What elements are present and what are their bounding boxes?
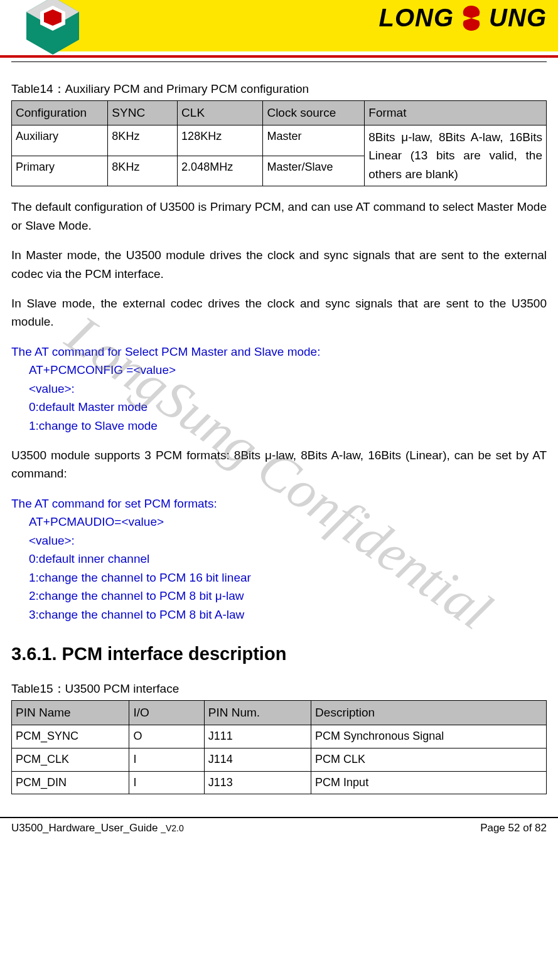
t1-r1c2: 2.048MHz <box>178 156 263 186</box>
blue-title: The AT command for set PCM formats: <box>11 494 547 513</box>
blue-line: <value>: <box>11 531 547 550</box>
t2-r0c3: PCM Synchronous Signal <box>311 725 547 748</box>
table-row: PCM_SYNC O J111 PCM Synchronous Signal <box>12 725 547 748</box>
t2-r1c1: I <box>129 748 204 771</box>
blue-title: The AT command for Select PCM Master and… <box>11 343 547 361</box>
t1-r1c3: Master/Slave <box>263 156 365 186</box>
paragraph: The default configuration of U3500 is Pr… <box>11 198 547 235</box>
t2-h2: PIN Num. <box>204 701 311 725</box>
blue-line: AT+PCMCONFIG =<value> <box>11 361 547 379</box>
table1-caption: Table14：Auxiliary PCM and Primary PCM co… <box>11 80 547 98</box>
t2-h3: Description <box>311 701 547 725</box>
t1-h0: Configuration <box>12 101 108 125</box>
paragraph: In Master mode, the U3500 module drives … <box>11 246 547 283</box>
t1-r1c1: 8KHz <box>108 156 178 186</box>
t1-r0c2: 128KHz <box>178 125 263 156</box>
t1-format-merged: 8Bits μ-law, 8Bits A-law, 16Bits Linear … <box>365 125 547 186</box>
at-command-block-2: The AT command for set PCM formats: AT+P… <box>11 494 547 624</box>
t1-r0c1: 8KHz <box>108 125 178 156</box>
t2-r2c3: PCM Input <box>311 771 547 794</box>
blue-line: <value>: <box>11 380 547 398</box>
t2-h1: I/O <box>129 701 204 725</box>
page-footer: U3500_Hardware_User_Guide _V2.0 Page 52 … <box>0 817 558 843</box>
brand-s-icon <box>458 4 485 32</box>
paragraph: U3500 module supports 3 PCM formats: 8Bi… <box>11 446 547 483</box>
t2-r0c2: J111 <box>204 725 311 748</box>
t2-r1c0: PCM_CLK <box>12 748 129 771</box>
t1-h2: CLK <box>178 101 263 125</box>
blue-line: 1:change to Slave mode <box>11 417 547 435</box>
t2-r2c2: J113 <box>204 771 311 794</box>
t2-h0: PIN Name <box>12 701 129 725</box>
company-logo-right: LONG UNG <box>379 4 547 32</box>
blue-line: 0:default inner channel <box>11 550 547 568</box>
t2-r0c1: O <box>129 725 204 748</box>
brand-text-right: UNG <box>489 4 547 32</box>
company-logo-left <box>15 0 90 55</box>
brand-text-left: LONG <box>379 4 454 32</box>
t2-r1c3: PCM CLK <box>311 748 547 771</box>
blue-line: AT+PCMAUDIO=<value> <box>11 513 547 531</box>
footer-version: _V2.0 <box>161 823 184 833</box>
t1-r0c0: Auxiliary <box>12 125 108 156</box>
table-row: Auxiliary 8KHz 128KHz Master 8Bits μ-law… <box>12 125 547 156</box>
footer-doc: U3500_Hardware_User_Guide _V2.0 <box>11 822 184 834</box>
section-heading: 3.6.1. PCM interface description <box>11 640 547 668</box>
t2-r2c0: PCM_DIN <box>12 771 129 794</box>
t1-r0c3: Master <box>263 125 365 156</box>
pcm-config-table: Configuration SYNC CLK Clock source Form… <box>11 100 547 186</box>
t2-r2c1: I <box>129 771 204 794</box>
t1-h4: Format <box>365 101 547 125</box>
t2-r0c0: PCM_SYNC <box>12 725 129 748</box>
table-row: PCM_CLK I J114 PCM CLK <box>12 748 547 771</box>
t1-r1c0: Primary <box>12 156 108 186</box>
table2-caption: Table15：U3500 PCM interface <box>11 679 547 698</box>
t1-h3: Clock source <box>263 101 365 125</box>
header-band: LONG UNG <box>0 0 558 51</box>
blue-line: 0:default Master mode <box>11 398 547 416</box>
blue-line: 3:change the channel to PCM 8 bit A-law <box>11 605 547 624</box>
pcm-interface-table: PIN Name I/O PIN Num. Description PCM_SY… <box>11 700 547 794</box>
footer-doc-name: U3500_Hardware_User_Guide <box>11 822 161 834</box>
table-row: PCM_DIN I J113 PCM Input <box>12 771 547 794</box>
t2-r1c2: J114 <box>204 748 311 771</box>
footer-page: Page 52 of 82 <box>480 822 547 834</box>
paragraph: In Slave mode, the external codec drives… <box>11 294 547 331</box>
cube-logo-icon <box>21 0 84 57</box>
blue-line: 1:change the channel to PCM 16 bit linea… <box>11 568 547 587</box>
at-command-block-1: The AT command for Select PCM Master and… <box>11 343 547 435</box>
t1-h1: SYNC <box>108 101 178 125</box>
blue-line: 2:change the channel to PCM 8 bit μ-law <box>11 587 547 605</box>
